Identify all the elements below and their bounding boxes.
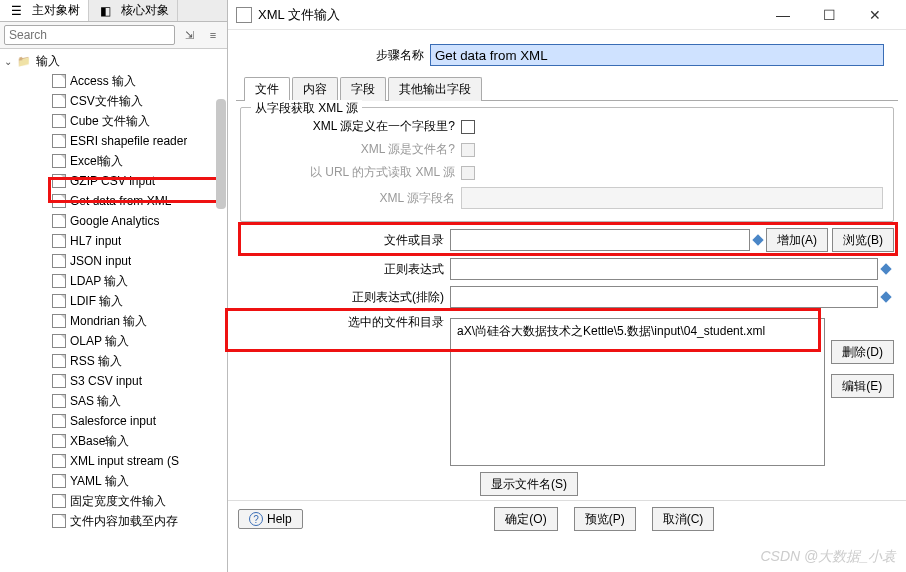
tree-item[interactable]: CSV文件输入 bbox=[0, 91, 227, 111]
show-filenames-button[interactable]: 显示文件名(S) bbox=[480, 472, 578, 496]
tree-item-label: 固定宽度文件输入 bbox=[70, 493, 166, 510]
tabbar: 文件内容字段其他输出字段 bbox=[236, 76, 898, 101]
left-tabs: ☰ 主对象树 ◧ 核心对象 bbox=[0, 0, 227, 22]
list-item[interactable]: aX\尚硅谷大数据技术之Kettle\5.数据\input\04_student… bbox=[451, 319, 824, 344]
file-icon bbox=[52, 214, 66, 228]
checkbox-xml-in-field[interactable] bbox=[461, 120, 475, 134]
tab-0[interactable]: 文件 bbox=[244, 77, 290, 101]
tab-2[interactable]: 字段 bbox=[340, 77, 386, 101]
tree-item[interactable]: LDIF 输入 bbox=[0, 291, 227, 311]
tree-item[interactable]: ESRI shapefile reader bbox=[0, 131, 227, 151]
file-icon bbox=[52, 314, 66, 328]
tree-item[interactable]: 文件内容加载至内存 bbox=[0, 511, 227, 531]
tab-label: 核心对象 bbox=[121, 2, 169, 19]
tree-item[interactable]: Excel输入 bbox=[0, 151, 227, 171]
tree-icon: ☰ bbox=[8, 4, 24, 18]
tab-core[interactable]: ◧ 核心对象 bbox=[89, 0, 178, 21]
diamond-icon bbox=[880, 263, 891, 274]
tree-item-label: Excel输入 bbox=[70, 153, 123, 170]
tree-item[interactable]: Get data from XML bbox=[0, 191, 227, 211]
help-icon: ? bbox=[249, 512, 263, 526]
file-icon bbox=[52, 434, 66, 448]
tree-item-label: S3 CSV input bbox=[70, 374, 142, 388]
search-input[interactable] bbox=[4, 25, 175, 45]
input-regex[interactable] bbox=[450, 258, 878, 280]
scrollbar-thumb[interactable] bbox=[216, 99, 226, 209]
file-icon bbox=[52, 514, 66, 528]
tree-item[interactable]: Google Analytics bbox=[0, 211, 227, 231]
ok-button[interactable]: 确定(O) bbox=[494, 507, 557, 531]
file-icon bbox=[52, 254, 66, 268]
tree-item[interactable]: Access 输入 bbox=[0, 71, 227, 91]
preview-button[interactable]: 预览(P) bbox=[574, 507, 636, 531]
expand-all-icon[interactable]: ⇲ bbox=[179, 25, 199, 45]
bottom-bar: ? Help 确定(O) 预览(P) 取消(C) bbox=[228, 500, 906, 537]
input-file-or-dir[interactable] bbox=[450, 229, 750, 251]
maximize-button[interactable]: ☐ bbox=[806, 0, 852, 30]
minimize-button[interactable]: — bbox=[760, 0, 806, 30]
tree-item-label: 文件内容加载至内存 bbox=[70, 513, 178, 530]
label-selected: 选中的文件和目录 bbox=[240, 314, 450, 331]
close-button[interactable]: ✕ bbox=[852, 0, 898, 30]
tree-item-label: GZIP CSV input bbox=[70, 174, 155, 188]
file-icon bbox=[52, 414, 66, 428]
collapse-all-icon[interactable]: ≡ bbox=[203, 25, 223, 45]
tree-item-label: Access 输入 bbox=[70, 73, 136, 90]
tree-item[interactable]: OLAP 输入 bbox=[0, 331, 227, 351]
tree-item[interactable]: Salesforce input bbox=[0, 411, 227, 431]
tree-item[interactable]: SAS 输入 bbox=[0, 391, 227, 411]
label-regex-exclude: 正则表达式(排除) bbox=[240, 289, 450, 306]
tree-item[interactable]: LDAP 输入 bbox=[0, 271, 227, 291]
tree-item-label: SAS 输入 bbox=[70, 393, 121, 410]
chevron-down-icon[interactable]: ⌄ bbox=[4, 56, 16, 67]
input-regex-exclude[interactable] bbox=[450, 286, 878, 308]
selected-files-list[interactable]: aX\尚硅谷大数据技术之Kettle\5.数据\input\04_student… bbox=[450, 318, 825, 466]
checkbox-xml-is-file bbox=[461, 143, 475, 157]
tree-item[interactable]: HL7 input bbox=[0, 231, 227, 251]
tree-item-label: HL7 input bbox=[70, 234, 121, 248]
tab-main-tree[interactable]: ☰ 主对象树 bbox=[0, 0, 89, 21]
tree-root-label: 输入 bbox=[36, 53, 60, 70]
file-section: 文件或目录 增加(A) 浏览(B) 正则表达式 正则表达式(排除) 选中的文件和… bbox=[228, 228, 906, 496]
add-button[interactable]: 增加(A) bbox=[766, 228, 828, 252]
file-icon bbox=[52, 294, 66, 308]
tree-item[interactable]: YAML 输入 bbox=[0, 471, 227, 491]
tree-item[interactable]: XBase输入 bbox=[0, 431, 227, 451]
tree-item-label: ESRI shapefile reader bbox=[70, 134, 187, 148]
step-name-label: 步骤名称 bbox=[240, 47, 430, 64]
tree-item[interactable]: JSON input bbox=[0, 251, 227, 271]
cancel-button[interactable]: 取消(C) bbox=[652, 507, 715, 531]
label-xml-field: XML 源字段名 bbox=[251, 190, 461, 207]
tab-1[interactable]: 内容 bbox=[292, 77, 338, 101]
groupbox-title: 从字段获取 XML 源 bbox=[251, 100, 362, 117]
tab-3[interactable]: 其他输出字段 bbox=[388, 77, 482, 101]
tree-root-row[interactable]: ⌄ 输入 bbox=[0, 51, 227, 71]
checkbox-read-url bbox=[461, 166, 475, 180]
file-icon bbox=[52, 374, 66, 388]
tree-item[interactable]: GZIP CSV input bbox=[0, 171, 227, 191]
file-icon bbox=[52, 454, 66, 468]
tree-item[interactable]: Cube 文件输入 bbox=[0, 111, 227, 131]
edit-button[interactable]: 编辑(E) bbox=[831, 374, 894, 398]
tree-item[interactable]: S3 CSV input bbox=[0, 371, 227, 391]
delete-button[interactable]: 删除(D) bbox=[831, 340, 894, 364]
tree-item[interactable]: XML input stream (S bbox=[0, 451, 227, 471]
titlebar: XML 文件输入 — ☐ ✕ bbox=[228, 0, 906, 30]
groupbox-source: 从字段获取 XML 源 XML 源定义在一个字段里? XML 源是文件名? 以 … bbox=[240, 107, 894, 222]
step-name-input[interactable] bbox=[430, 44, 884, 66]
tree-item-label: LDAP 输入 bbox=[70, 273, 128, 290]
label-xml-in-field: XML 源定义在一个字段里? bbox=[251, 118, 461, 135]
tree-item[interactable]: 固定宽度文件输入 bbox=[0, 491, 227, 511]
browse-button[interactable]: 浏览(B) bbox=[832, 228, 894, 252]
tree-item-label: YAML 输入 bbox=[70, 473, 129, 490]
file-icon bbox=[52, 234, 66, 248]
tree-item[interactable]: Mondrian 输入 bbox=[0, 311, 227, 331]
help-button[interactable]: ? Help bbox=[238, 509, 303, 529]
tree-item[interactable]: RSS 输入 bbox=[0, 351, 227, 371]
tree-item-label: XML input stream (S bbox=[70, 454, 179, 468]
tree-item-label: Salesforce input bbox=[70, 414, 156, 428]
tree-item-label: JSON input bbox=[70, 254, 131, 268]
tree[interactable]: ⌄ 输入 Access 输入CSV文件输入Cube 文件输入ESRI shape… bbox=[0, 49, 227, 572]
folder-icon bbox=[16, 54, 32, 68]
left-panel: ☰ 主对象树 ◧ 核心对象 ⇲ ≡ ⌄ 输入 Access 输入CSV文件输入C… bbox=[0, 0, 228, 572]
